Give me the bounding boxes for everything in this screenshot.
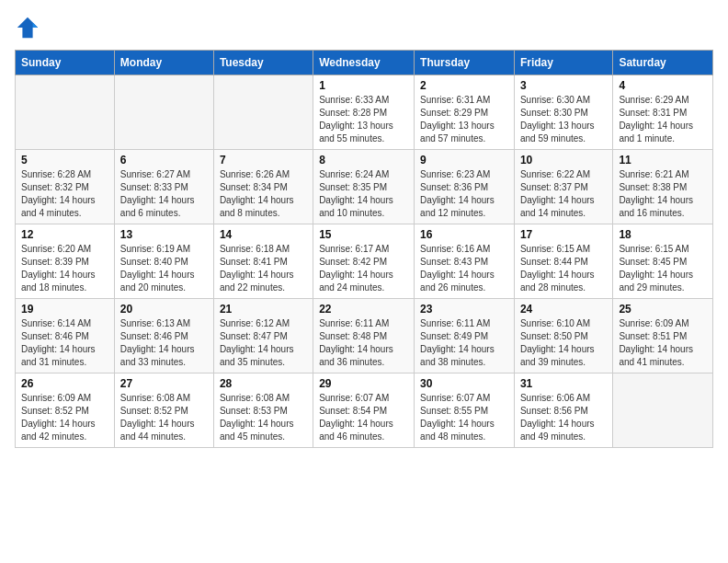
day-number: 24: [520, 303, 607, 316]
calendar-cell: 8Sunrise: 6:24 AM Sunset: 8:35 PM Daylig…: [313, 150, 415, 224]
day-number: 20: [120, 303, 208, 316]
day-info: Sunrise: 6:14 AM Sunset: 8:46 PM Dayligh…: [21, 317, 108, 369]
day-number: 5: [21, 154, 108, 167]
day-info: Sunrise: 6:23 AM Sunset: 8:36 PM Dayligh…: [420, 168, 508, 220]
logo-icon: [15, 15, 40, 40]
day-info: Sunrise: 6:20 AM Sunset: 8:39 PM Dayligh…: [21, 243, 108, 294]
day-number: 3: [520, 79, 607, 92]
calendar-cell: 4Sunrise: 6:29 AM Sunset: 8:31 PM Daylig…: [613, 75, 713, 150]
day-number: 18: [619, 228, 707, 241]
weekday-header: Wednesday: [313, 51, 415, 75]
day-number: 12: [21, 228, 108, 241]
day-info: Sunrise: 6:22 AM Sunset: 8:37 PM Dayligh…: [520, 168, 607, 220]
calendar-cell: 9Sunrise: 6:23 AM Sunset: 8:36 PM Daylig…: [415, 150, 515, 224]
calendar-week-row: 12Sunrise: 6:20 AM Sunset: 8:39 PM Dayli…: [16, 224, 713, 299]
weekday-header: Saturday: [613, 51, 713, 75]
calendar-header-row: SundayMondayTuesdayWednesdayThursdayFrid…: [16, 51, 713, 75]
day-number: 17: [520, 228, 607, 241]
day-number: 7: [220, 154, 307, 167]
calendar-cell: 10Sunrise: 6:22 AM Sunset: 8:37 PM Dayli…: [514, 150, 612, 224]
weekday-header: Friday: [514, 51, 612, 75]
day-info: Sunrise: 6:08 AM Sunset: 8:52 PM Dayligh…: [120, 392, 208, 443]
day-info: Sunrise: 6:16 AM Sunset: 8:43 PM Dayligh…: [420, 243, 508, 294]
day-number: 1: [319, 79, 408, 92]
day-info: Sunrise: 6:09 AM Sunset: 8:51 PM Dayligh…: [619, 317, 707, 369]
day-number: 4: [619, 79, 707, 92]
calendar-cell: 5Sunrise: 6:28 AM Sunset: 8:32 PM Daylig…: [16, 150, 115, 224]
calendar-cell: [613, 373, 713, 448]
day-number: 27: [120, 377, 208, 390]
day-number: 13: [120, 228, 208, 241]
calendar-cell: 7Sunrise: 6:26 AM Sunset: 8:34 PM Daylig…: [213, 150, 313, 224]
day-number: 2: [420, 79, 508, 92]
calendar-cell: 14Sunrise: 6:18 AM Sunset: 8:41 PM Dayli…: [213, 224, 313, 299]
weekday-header: Sunday: [16, 51, 115, 75]
calendar-cell: 11Sunrise: 6:21 AM Sunset: 8:38 PM Dayli…: [613, 150, 713, 224]
day-info: Sunrise: 6:29 AM Sunset: 8:31 PM Dayligh…: [619, 94, 707, 145]
calendar-cell: 18Sunrise: 6:15 AM Sunset: 8:45 PM Dayli…: [613, 224, 713, 299]
calendar-cell: 22Sunrise: 6:11 AM Sunset: 8:48 PM Dayli…: [313, 299, 415, 373]
calendar-cell: 12Sunrise: 6:20 AM Sunset: 8:39 PM Dayli…: [16, 224, 115, 299]
day-info: Sunrise: 6:06 AM Sunset: 8:56 PM Dayligh…: [520, 392, 607, 443]
day-number: 23: [420, 303, 508, 316]
day-info: Sunrise: 6:28 AM Sunset: 8:32 PM Dayligh…: [21, 168, 108, 220]
calendar-cell: 24Sunrise: 6:10 AM Sunset: 8:50 PM Dayli…: [514, 299, 612, 373]
day-number: 10: [520, 154, 607, 167]
logo: [15, 15, 44, 40]
day-info: Sunrise: 6:07 AM Sunset: 8:55 PM Dayligh…: [420, 392, 508, 443]
day-info: Sunrise: 6:12 AM Sunset: 8:47 PM Dayligh…: [220, 317, 307, 369]
calendar-cell: 26Sunrise: 6:09 AM Sunset: 8:52 PM Dayli…: [16, 373, 115, 448]
day-info: Sunrise: 6:10 AM Sunset: 8:50 PM Dayligh…: [520, 317, 607, 369]
day-number: 21: [220, 303, 307, 316]
calendar-cell: 31Sunrise: 6:06 AM Sunset: 8:56 PM Dayli…: [514, 373, 612, 448]
day-info: Sunrise: 6:11 AM Sunset: 8:48 PM Dayligh…: [319, 317, 408, 369]
day-number: 8: [319, 154, 408, 167]
day-info: Sunrise: 6:19 AM Sunset: 8:40 PM Dayligh…: [120, 243, 208, 294]
calendar-cell: 2Sunrise: 6:31 AM Sunset: 8:29 PM Daylig…: [415, 75, 515, 150]
calendar-cell: 29Sunrise: 6:07 AM Sunset: 8:54 PM Dayli…: [313, 373, 415, 448]
calendar-cell: [213, 75, 313, 150]
calendar-cell: 21Sunrise: 6:12 AM Sunset: 8:47 PM Dayli…: [213, 299, 313, 373]
weekday-header: Tuesday: [213, 51, 313, 75]
calendar-cell: 6Sunrise: 6:27 AM Sunset: 8:33 PM Daylig…: [114, 150, 213, 224]
day-number: 25: [619, 303, 707, 316]
calendar-week-row: 19Sunrise: 6:14 AM Sunset: 8:46 PM Dayli…: [16, 299, 713, 373]
calendar-week-row: 1Sunrise: 6:33 AM Sunset: 8:28 PM Daylig…: [16, 75, 713, 150]
day-number: 31: [520, 377, 607, 390]
day-number: 15: [319, 228, 408, 241]
day-info: Sunrise: 6:33 AM Sunset: 8:28 PM Dayligh…: [319, 94, 408, 145]
day-info: Sunrise: 6:18 AM Sunset: 8:41 PM Dayligh…: [220, 243, 307, 294]
calendar-body: 1Sunrise: 6:33 AM Sunset: 8:28 PM Daylig…: [16, 75, 713, 448]
day-number: 9: [420, 154, 508, 167]
calendar-cell: 30Sunrise: 6:07 AM Sunset: 8:55 PM Dayli…: [415, 373, 515, 448]
day-info: Sunrise: 6:15 AM Sunset: 8:44 PM Dayligh…: [520, 243, 607, 294]
calendar-cell: 17Sunrise: 6:15 AM Sunset: 8:44 PM Dayli…: [514, 224, 612, 299]
calendar-table: SundayMondayTuesdayWednesdayThursdayFrid…: [15, 50, 713, 448]
day-info: Sunrise: 6:21 AM Sunset: 8:38 PM Dayligh…: [619, 168, 707, 220]
day-number: 30: [420, 377, 508, 390]
day-number: 26: [21, 377, 108, 390]
day-number: 22: [319, 303, 408, 316]
calendar-cell: 3Sunrise: 6:30 AM Sunset: 8:30 PM Daylig…: [514, 75, 612, 150]
day-info: Sunrise: 6:30 AM Sunset: 8:30 PM Dayligh…: [520, 94, 607, 145]
calendar-week-row: 5Sunrise: 6:28 AM Sunset: 8:32 PM Daylig…: [16, 150, 713, 224]
page-header: [15, 15, 713, 40]
day-number: 6: [120, 154, 208, 167]
day-number: 16: [420, 228, 508, 241]
day-info: Sunrise: 6:26 AM Sunset: 8:34 PM Dayligh…: [220, 168, 307, 220]
calendar-cell: 19Sunrise: 6:14 AM Sunset: 8:46 PM Dayli…: [16, 299, 115, 373]
calendar-cell: 23Sunrise: 6:11 AM Sunset: 8:49 PM Dayli…: [415, 299, 515, 373]
day-info: Sunrise: 6:13 AM Sunset: 8:46 PM Dayligh…: [120, 317, 208, 369]
day-number: 19: [21, 303, 108, 316]
calendar-cell: [114, 75, 213, 150]
day-number: 29: [319, 377, 408, 390]
day-number: 14: [220, 228, 307, 241]
day-info: Sunrise: 6:09 AM Sunset: 8:52 PM Dayligh…: [21, 392, 108, 443]
calendar-cell: 27Sunrise: 6:08 AM Sunset: 8:52 PM Dayli…: [114, 373, 213, 448]
calendar-cell: 25Sunrise: 6:09 AM Sunset: 8:51 PM Dayli…: [613, 299, 713, 373]
calendar-cell: 1Sunrise: 6:33 AM Sunset: 8:28 PM Daylig…: [313, 75, 415, 150]
day-info: Sunrise: 6:24 AM Sunset: 8:35 PM Dayligh…: [319, 168, 408, 220]
calendar-cell: 16Sunrise: 6:16 AM Sunset: 8:43 PM Dayli…: [415, 224, 515, 299]
weekday-header: Thursday: [415, 51, 515, 75]
calendar-cell: [16, 75, 115, 150]
